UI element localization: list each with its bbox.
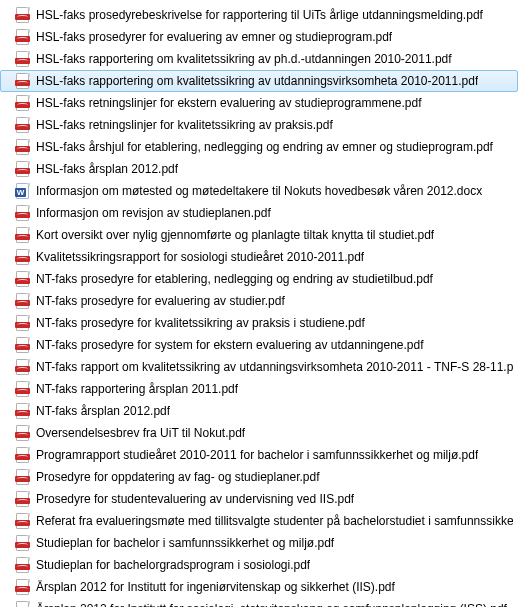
- pdf-icon: [15, 95, 31, 111]
- file-name-label: NT-faks prosedyre for system for ekstern…: [36, 338, 424, 352]
- file-name-label: Kvalitetssikringsrapport for sosiologi s…: [36, 250, 364, 264]
- file-row[interactable]: Prosedyre for studentevaluering av under…: [0, 488, 518, 510]
- file-name-label: HSL-faks rapportering om kvalitetssikrin…: [36, 52, 452, 66]
- pdf-icon: [15, 535, 31, 551]
- file-name-label: NT-faks rapport om kvalitetssikring av u…: [36, 360, 513, 374]
- pdf-icon: [15, 139, 31, 155]
- file-row[interactable]: NT-faks prosedyre for etablering, nedleg…: [0, 268, 518, 290]
- file-name-label: Studieplan for bachelorgradsprogram i so…: [36, 558, 310, 572]
- file-row[interactable]: Referat fra evalueringsmøte med tillitsv…: [0, 510, 518, 532]
- file-name-label: Studieplan for bachelor i samfunnssikker…: [36, 536, 334, 550]
- file-name-label: HSL-faks retningslinjer for ekstern eval…: [36, 96, 422, 110]
- pdf-icon: [15, 359, 31, 375]
- pdf-icon: [15, 601, 31, 607]
- pdf-icon: [15, 293, 31, 309]
- file-row[interactable]: Årsplan 2012 for Institutt for sosiologi…: [0, 598, 518, 607]
- file-name-label: Årsplan 2012 for Institutt for sosiologi…: [36, 602, 507, 607]
- pdf-icon: [15, 205, 31, 221]
- pdf-icon: [15, 381, 31, 397]
- file-row[interactable]: Studieplan for bachelorgradsprogram i so…: [0, 554, 518, 576]
- file-row[interactable]: Studieplan for bachelor i samfunnssikker…: [0, 532, 518, 554]
- pdf-icon: [15, 117, 31, 133]
- pdf-icon: [15, 403, 31, 419]
- file-name-label: Informasjon om revisjon av studieplanen.…: [36, 206, 271, 220]
- file-row[interactable]: HSL-faks prosedyrer for evaluering av em…: [0, 26, 518, 48]
- file-row[interactable]: HSL-faks retningslinjer for ekstern eval…: [0, 92, 518, 114]
- file-name-label: NT-faks prosedyre for etablering, nedleg…: [36, 272, 433, 286]
- file-name-label: HSL-faks årshjul for etablering, nedlegg…: [36, 140, 493, 154]
- file-row[interactable]: HSL-faks årshjul for etablering, nedlegg…: [0, 136, 518, 158]
- file-name-label: Referat fra evalueringsmøte med tillitsv…: [36, 514, 513, 528]
- file-name-label: HSL-faks rapportering om kvalitetssikrin…: [36, 74, 478, 88]
- pdf-icon: [15, 7, 31, 23]
- file-row[interactable]: Informasjon om revisjon av studieplanen.…: [0, 202, 518, 224]
- file-name-label: NT-faks prosedyre for kvalitetssikring a…: [36, 316, 365, 330]
- pdf-icon: [15, 447, 31, 463]
- file-row[interactable]: HSL-faks rapportering om kvalitetssikrin…: [0, 70, 518, 92]
- file-list: HSL-faks prosedyrebeskrivelse for rappor…: [0, 4, 518, 607]
- pdf-icon: [15, 315, 31, 331]
- file-name-label: NT-faks rapportering årsplan 2011.pdf: [36, 382, 238, 396]
- file-name-label: Oversendelsesbrev fra UiT til Nokut.pdf: [36, 426, 245, 440]
- file-name-label: HSL-faks retningslinjer for kvalitetssik…: [36, 118, 333, 132]
- file-row[interactable]: WInformasjon om møtested og møtedeltaker…: [0, 180, 518, 202]
- file-name-label: NT-faks årsplan 2012.pdf: [36, 404, 170, 418]
- file-row[interactable]: Årsplan 2012 for Institutt for ingeniørv…: [0, 576, 518, 598]
- file-row[interactable]: HSL-faks rapportering om kvalitetssikrin…: [0, 48, 518, 70]
- pdf-icon: [15, 513, 31, 529]
- pdf-icon: [15, 337, 31, 353]
- docx-icon: W: [15, 183, 31, 199]
- file-name-label: Programrapport studieåret 2010-2011 for …: [36, 448, 478, 462]
- file-name-label: HSL-faks årsplan 2012.pdf: [36, 162, 178, 176]
- file-row[interactable]: NT-faks rapportering årsplan 2011.pdf: [0, 378, 518, 400]
- pdf-icon: [15, 227, 31, 243]
- file-row[interactable]: Programrapport studieåret 2010-2011 for …: [0, 444, 518, 466]
- file-row[interactable]: HSL-faks retningslinjer for kvalitetssik…: [0, 114, 518, 136]
- file-row[interactable]: HSL-faks årsplan 2012.pdf: [0, 158, 518, 180]
- pdf-icon: [15, 557, 31, 573]
- file-row[interactable]: NT-faks årsplan 2012.pdf: [0, 400, 518, 422]
- file-name-label: HSL-faks prosedyrer for evaluering av em…: [36, 30, 392, 44]
- pdf-icon: [15, 29, 31, 45]
- file-name-label: Informasjon om møtested og møtedeltakere…: [36, 184, 482, 198]
- pdf-icon: [15, 51, 31, 67]
- pdf-icon: [15, 491, 31, 507]
- pdf-icon: [15, 469, 31, 485]
- file-row[interactable]: NT-faks rapport om kvalitetssikring av u…: [0, 356, 518, 378]
- file-row[interactable]: NT-faks prosedyre for system for ekstern…: [0, 334, 518, 356]
- file-name-label: Kort oversikt over nylig gjennomførte og…: [36, 228, 434, 242]
- file-row[interactable]: HSL-faks prosedyrebeskrivelse for rappor…: [0, 4, 518, 26]
- file-row[interactable]: Kort oversikt over nylig gjennomførte og…: [0, 224, 518, 246]
- file-row[interactable]: NT-faks prosedyre for kvalitetssikring a…: [0, 312, 518, 334]
- pdf-icon: [15, 271, 31, 287]
- file-row[interactable]: Prosedyre for oppdatering av fag- og stu…: [0, 466, 518, 488]
- pdf-icon: [15, 73, 31, 89]
- file-name-label: Prosedyre for oppdatering av fag- og stu…: [36, 470, 320, 484]
- file-row[interactable]: Oversendelsesbrev fra UiT til Nokut.pdf: [0, 422, 518, 444]
- pdf-icon: [15, 425, 31, 441]
- file-name-label: Årsplan 2012 for Institutt for ingeniørv…: [36, 580, 395, 594]
- file-row[interactable]: Kvalitetssikringsrapport for sosiologi s…: [0, 246, 518, 268]
- file-name-label: Prosedyre for studentevaluering av under…: [36, 492, 354, 506]
- file-name-label: HSL-faks prosedyrebeskrivelse for rappor…: [36, 8, 483, 22]
- pdf-icon: [15, 161, 31, 177]
- file-row[interactable]: NT-faks prosedyre for evaluering av stud…: [0, 290, 518, 312]
- pdf-icon: [15, 249, 31, 265]
- pdf-icon: [15, 579, 31, 595]
- file-name-label: NT-faks prosedyre for evaluering av stud…: [36, 294, 285, 308]
